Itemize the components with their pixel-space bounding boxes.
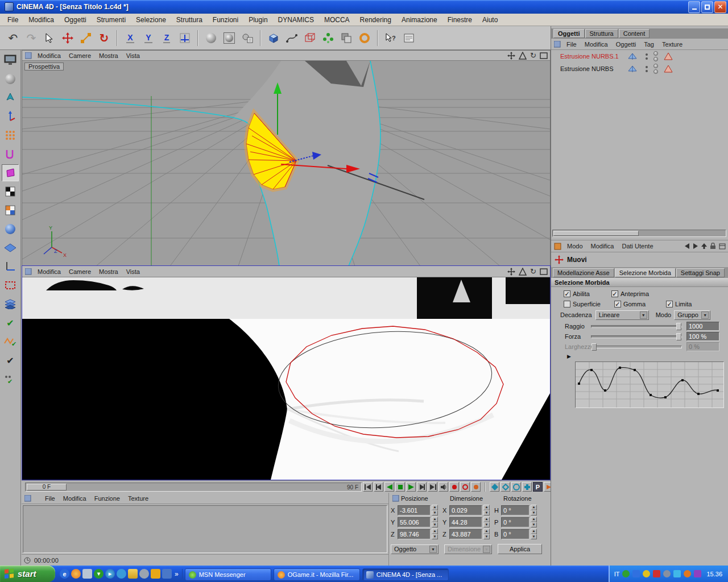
active-viewport-canvas[interactable]: [22, 277, 550, 480]
coords-mode-dropdown[interactable]: Oggetto▼: [391, 544, 439, 554]
abilita-checkbox[interactable]: ✓Abilita: [564, 290, 590, 297]
menu-finestre[interactable]: Finestre: [442, 15, 477, 24]
add-nurbs-icon[interactable]: [301, 29, 318, 47]
raggio-slider-handle[interactable]: [676, 323, 681, 330]
points-mode-icon[interactable]: [2, 127, 19, 144]
coordinate-system-icon[interactable]: [176, 29, 193, 47]
panel-layout-icon[interactable]: [719, 243, 726, 250]
object-row[interactable]: Estrusione NURBS: [551, 63, 728, 75]
rotate-view-icon[interactable]: ↻: [530, 268, 536, 275]
object-row-selected[interactable]: Estrusione NURBS.1: [551, 50, 728, 63]
raggio-field[interactable]: 1000: [686, 322, 719, 331]
desktop-icon[interactable]: [82, 569, 92, 579]
rot-h-field[interactable]: 0 °: [501, 505, 530, 516]
task-ogame-firefox[interactable]: OGame.it - Mozilla Fir...: [274, 568, 360, 581]
history-back-icon[interactable]: [684, 243, 690, 249]
prev-frame-button[interactable]: [374, 482, 383, 492]
viewport1-menu-modifica[interactable]: Modifica: [34, 52, 65, 59]
help-pointer-icon[interactable]: ?: [382, 29, 399, 47]
tray-icon[interactable]: [632, 570, 640, 577]
ie-icon[interactable]: e: [60, 569, 69, 579]
model-mode-icon[interactable]: [2, 70, 19, 88]
frame-slider-thumb[interactable]: 0 F: [27, 484, 67, 490]
redo-icon[interactable]: ↷: [23, 29, 40, 47]
gomma-checkbox[interactable]: ✓Gomma: [614, 301, 646, 307]
polygons-mode-icon[interactable]: [2, 164, 19, 181]
key-delete-button[interactable]: [500, 482, 510, 492]
folder-icon[interactable]: [128, 569, 138, 579]
menu-oggetti[interactable]: Oggetti: [59, 15, 92, 24]
menu-rendering[interactable]: Rendering: [355, 15, 396, 24]
tray-icon[interactable]: [694, 570, 701, 577]
enable-dots[interactable]: [646, 66, 648, 72]
menu-selezione[interactable]: Selezione: [131, 15, 171, 24]
om-menu-oggetti[interactable]: Oggetti: [612, 41, 640, 48]
nero-icon[interactable]: [139, 569, 149, 579]
next-frame-button[interactable]: [417, 482, 427, 492]
object-list-hscrollbar[interactable]: [552, 230, 726, 237]
workplane-icon[interactable]: [2, 239, 19, 256]
keyframe-options-button[interactable]: [522, 482, 532, 492]
zoom-view-icon[interactable]: [519, 52, 527, 60]
object-name[interactable]: Estrusione NURBS: [560, 65, 627, 72]
render-region-icon[interactable]: [2, 277, 19, 294]
menu-animazione[interactable]: Animazione: [396, 15, 442, 24]
task-cinema4d[interactable]: CINEMA 4D - [Senza ...: [362, 568, 449, 581]
object-name[interactable]: Estrusione NURBS.1: [560, 53, 627, 60]
start-button[interactable]: start: [0, 566, 55, 582]
om-menu-file[interactable]: File: [562, 41, 581, 48]
materials-menu-modifica[interactable]: Modifica: [59, 495, 90, 502]
messenger-icon[interactable]: [117, 569, 126, 579]
materials-list-area[interactable]: [23, 505, 387, 553]
anteprima-checkbox[interactable]: ✓Anteprima: [611, 290, 649, 297]
rot-p-field[interactable]: 0 °: [501, 517, 530, 527]
stop-button[interactable]: [395, 482, 405, 492]
command-manager-icon[interactable]: [400, 29, 417, 47]
om-menu-tag[interactable]: Tag: [640, 41, 658, 48]
render-settings-icon[interactable]: [239, 29, 256, 47]
extrude-nurbs-icon[interactable]: [627, 64, 638, 73]
texture-axis-mode-icon[interactable]: [2, 202, 19, 219]
menu-struttura[interactable]: Struttura: [171, 15, 208, 24]
tab-oggetti[interactable]: Oggetti: [553, 29, 585, 38]
raggio-slider[interactable]: [591, 325, 682, 328]
phong-tag-icon[interactable]: [664, 65, 673, 73]
task-msn-messenger[interactable]: MSN Messenger: [185, 568, 271, 581]
close-button[interactable]: ✕: [714, 1, 726, 13]
add-deformer-icon[interactable]: [356, 29, 373, 47]
forza-slider[interactable]: [591, 335, 682, 338]
render-view-icon[interactable]: [202, 29, 220, 47]
record-button[interactable]: [449, 482, 459, 492]
winamp-icon[interactable]: [151, 569, 160, 579]
viewport1-menu-mostra[interactable]: Mostra: [95, 52, 122, 59]
am-menu-modo[interactable]: Modo: [563, 243, 587, 250]
perspective-viewport-canvas[interactable]: Y Z X Prospettiva: [22, 61, 550, 266]
menu-plugin[interactable]: Plugin: [243, 15, 272, 24]
tray-icon[interactable]: [673, 570, 681, 577]
keys-check-icon[interactable]: ✔: [2, 371, 19, 388]
viewport-label[interactable]: Prospettiva: [24, 63, 64, 70]
pos-x-field[interactable]: -3.601: [398, 505, 431, 516]
parameter-record-button[interactable]: P: [533, 482, 543, 492]
viewport1-menu-camere[interactable]: Camere: [65, 52, 95, 59]
tray-icon[interactable]: [653, 570, 660, 577]
materials-menu-funzione[interactable]: Funzione: [90, 495, 124, 502]
maximize-button[interactable]: [701, 1, 713, 13]
rot-b-stepper[interactable]: ▲▼: [531, 529, 537, 539]
zoom-view-icon[interactable]: [519, 268, 527, 276]
om-menu-texture[interactable]: Texture: [658, 41, 686, 48]
am-menu-modifica[interactable]: Modifica: [587, 243, 618, 250]
lock-check-icon[interactable]: ✔: [2, 352, 19, 369]
menu-file[interactable]: File: [2, 15, 23, 24]
render-active-icon[interactable]: [221, 29, 238, 47]
rot-b-field[interactable]: 0 °: [501, 529, 530, 539]
layer-stack-icon[interactable]: [2, 296, 19, 313]
object-axis-mode-icon[interactable]: [2, 108, 19, 125]
spline-pen-icon[interactable]: [283, 29, 300, 47]
snap-check-icon[interactable]: ✔: [2, 333, 19, 350]
menu-modifica[interactable]: Modifica: [23, 15, 59, 24]
menu-strumenti[interactable]: Strumenti: [92, 15, 131, 24]
history-forward-icon[interactable]: [693, 243, 698, 249]
toggle-view-icon[interactable]: [540, 52, 548, 59]
enable-check-icon[interactable]: ✔: [2, 314, 19, 331]
